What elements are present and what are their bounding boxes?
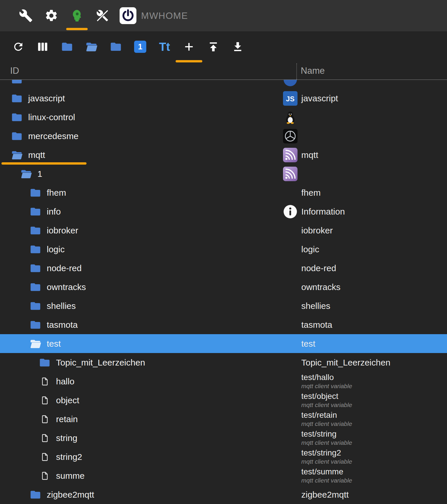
tree-row-test[interactable]: testtest bbox=[0, 334, 447, 353]
object-name-label: test/string2 bbox=[301, 448, 352, 458]
tux-icon bbox=[283, 110, 298, 125]
js-badge-icon: JS bbox=[283, 91, 298, 106]
id-cell: linux-control bbox=[0, 108, 75, 127]
tree-row-object[interactable]: objecttest/objectmqtt client variable bbox=[0, 391, 447, 410]
name-texts: test/summemqtt client variable bbox=[301, 467, 352, 484]
object-name-label: tasmota bbox=[301, 320, 332, 330]
name-cell: JSjavascript bbox=[283, 89, 447, 108]
name-texts: owntracks bbox=[301, 282, 340, 292]
column-divider[interactable] bbox=[296, 63, 297, 80]
tree-row-node-red[interactable]: node-rednode-red bbox=[0, 259, 447, 278]
name-cell: test/summemqtt client variable bbox=[283, 466, 447, 485]
object-id-label: retain bbox=[56, 414, 78, 424]
name-texts: test/stringmqtt client variable bbox=[301, 429, 352, 447]
svg-text:JS: JS bbox=[286, 95, 294, 103]
script-head-icon-button[interactable] bbox=[68, 7, 86, 25]
tree-row-hallo[interactable]: hallotest/hallomqtt client variable bbox=[0, 372, 447, 391]
tree-row-owntracks[interactable]: owntracksowntracks bbox=[0, 278, 447, 296]
object-name-label: javascript bbox=[301, 93, 338, 103]
tree-row-logic[interactable]: logiclogic bbox=[0, 240, 447, 259]
expand-all-button[interactable] bbox=[84, 40, 98, 54]
blue-circle-icon bbox=[283, 80, 298, 87]
folder-closed-icon bbox=[39, 357, 51, 368]
folder-closed-icon bbox=[11, 80, 23, 85]
tree-row-zigbee2mqtt[interactable]: zigbee2mqttzigbee2mqtt bbox=[0, 485, 447, 504]
object-name-label: node-red bbox=[301, 263, 336, 273]
mqtt-badge-icon bbox=[283, 167, 298, 181]
font-size-button[interactable]: Tt bbox=[158, 40, 172, 54]
expand-depth-1-button[interactable]: 1 bbox=[133, 40, 147, 54]
iobroker-logo-button[interactable] bbox=[119, 7, 137, 25]
tree-row-clipped[interactable] bbox=[0, 80, 447, 89]
download-objects-button[interactable] bbox=[231, 40, 245, 54]
object-role-label: mqtt client variable bbox=[301, 420, 352, 428]
name-texts: test bbox=[301, 339, 315, 349]
columns-button[interactable] bbox=[36, 40, 50, 54]
object-name-label: Information bbox=[301, 207, 345, 217]
name-texts: test/retainmqtt client variable bbox=[301, 411, 352, 428]
tree-row-tasmota[interactable]: tasmotatasmota bbox=[0, 315, 447, 334]
collapse-all-button[interactable] bbox=[60, 40, 74, 54]
topbar-icon-group bbox=[17, 7, 137, 25]
id-cell: summe bbox=[0, 466, 84, 485]
object-name-label: test/summe bbox=[301, 467, 352, 476]
tree-row-mqtt[interactable]: mqttmqtt bbox=[0, 145, 447, 164]
file-icon bbox=[39, 470, 51, 482]
folder-closed-icon bbox=[30, 225, 41, 236]
object-id-label: string bbox=[56, 433, 77, 443]
object-role-label: mqtt client variable bbox=[301, 439, 352, 447]
mqtt-badge-icon bbox=[283, 148, 298, 162]
tree-row-linux-control[interactable]: linux-control bbox=[0, 108, 447, 127]
tree-row-string[interactable]: stringtest/stringmqtt client variable bbox=[0, 429, 447, 447]
wrench-icon-button[interactable] bbox=[17, 7, 35, 25]
tree-row-1[interactable]: 1 bbox=[0, 164, 447, 183]
file-icon bbox=[39, 432, 51, 444]
object-name-label: shellies bbox=[301, 301, 330, 311]
name-cell: test/string2mqtt client variable bbox=[283, 447, 447, 466]
folder-open-icon bbox=[85, 41, 98, 53]
collapse-level-button[interactable] bbox=[109, 40, 123, 54]
one-badge-icon: 1 bbox=[134, 41, 146, 53]
folder-closed-icon bbox=[11, 93, 23, 104]
name-cell: zigbee2mqtt bbox=[283, 485, 447, 504]
topbar: MWHOME bbox=[0, 0, 447, 31]
add-object-button[interactable] bbox=[182, 40, 196, 54]
folder-closed-icon bbox=[30, 300, 41, 312]
id-cell: string2 bbox=[0, 447, 82, 466]
script-head-icon bbox=[70, 9, 84, 23]
tree-row-mercedesme[interactable]: mercedesme bbox=[0, 127, 447, 145]
tree-row-iobroker[interactable]: iobrokeriobroker bbox=[0, 221, 447, 240]
tree-row-javascript[interactable]: javascriptJSjavascript bbox=[0, 89, 447, 108]
name-cell bbox=[283, 80, 447, 89]
name-cell: iobroker bbox=[283, 221, 447, 240]
object-name-label: Topic_mit_Leerzeichen bbox=[301, 358, 390, 368]
download-icon bbox=[232, 41, 244, 53]
upload-objects-button[interactable] bbox=[206, 40, 220, 54]
object-id-label: node-red bbox=[47, 263, 82, 273]
name-texts: test/hallomqtt client variable bbox=[301, 373, 352, 390]
columns-icon bbox=[37, 41, 49, 53]
gear-icon-button[interactable] bbox=[42, 7, 60, 25]
object-id-label: logic bbox=[47, 244, 65, 254]
tree-row-fhem[interactable]: fhemfhem bbox=[0, 183, 447, 202]
folder-closed-icon bbox=[30, 244, 41, 255]
no-tools-icon-button[interactable] bbox=[93, 7, 111, 25]
object-name-label: mqtt bbox=[301, 150, 318, 160]
column-header-name[interactable]: Name bbox=[301, 66, 325, 76]
refresh-button[interactable] bbox=[11, 40, 25, 54]
tree-row-shellies[interactable]: shelliesshellies bbox=[0, 296, 447, 315]
gear-icon bbox=[44, 9, 58, 23]
tree-row-Topic_mit_Leerzeichen[interactable]: Topic_mit_LeerzeichenTopic_mit_Leerzeich… bbox=[0, 353, 447, 372]
column-header-id[interactable]: ID bbox=[10, 66, 19, 76]
tree-row-info[interactable]: infoInformation bbox=[0, 202, 447, 221]
object-role-label: mqtt client variable bbox=[301, 477, 352, 484]
object-id-label: mercedesme bbox=[28, 131, 78, 141]
name-cell: logic bbox=[283, 240, 447, 259]
name-cell bbox=[283, 108, 447, 127]
tree-row-summe[interactable]: summetest/summemqtt client variable bbox=[0, 466, 447, 485]
id-cell: iobroker bbox=[0, 221, 78, 240]
tree-row-retain[interactable]: retaintest/retainmqtt client variable bbox=[0, 410, 447, 429]
object-id-label: hallo bbox=[56, 377, 74, 386]
object-id-label: 1 bbox=[37, 169, 42, 179]
tree-row-string2[interactable]: string2test/string2mqtt client variable bbox=[0, 447, 447, 466]
